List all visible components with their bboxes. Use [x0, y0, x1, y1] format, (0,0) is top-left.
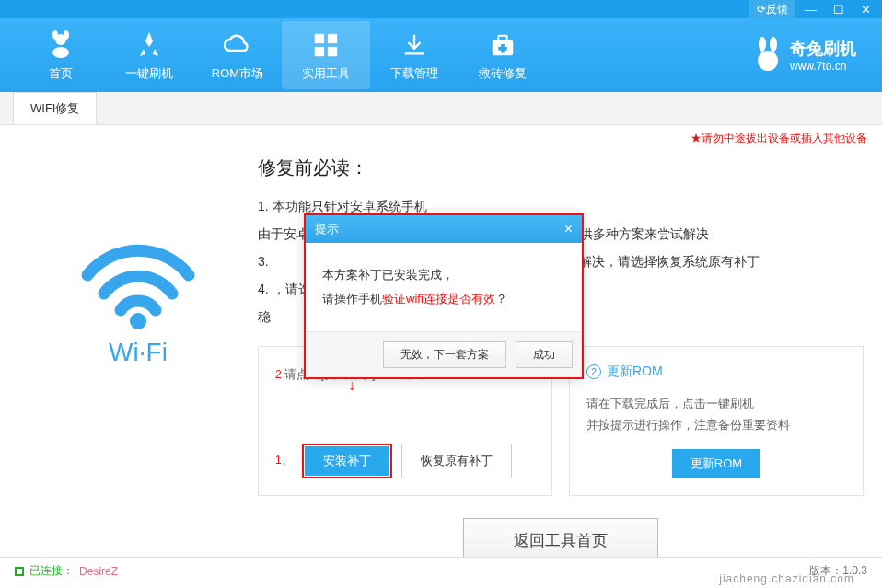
card-actions: 更新ROM: [586, 449, 846, 478]
install-patch-button[interactable]: 安装补丁: [305, 446, 389, 476]
dialog-footer: 无效，下一套方案 成功: [306, 331, 582, 377]
svg-point-12: [759, 37, 766, 52]
nav-label: 下载管理: [390, 65, 438, 82]
nav-label: 首页: [49, 65, 73, 82]
svg-rect-7: [328, 47, 337, 56]
card-actions: 1、 安装补丁 恢复原有补丁: [275, 444, 535, 478]
dialog-title: 提示: [315, 221, 339, 237]
nav-tools[interactable]: 实用工具: [282, 21, 370, 89]
tab-wifi-repair[interactable]: WIFI修复: [13, 92, 97, 124]
svg-rect-5: [328, 34, 337, 43]
svg-rect-4: [315, 34, 324, 43]
nav-flash[interactable]: 一键刷机: [105, 21, 193, 89]
annotation-1: 1、: [275, 453, 293, 468]
device-name: DesireZ: [79, 565, 118, 578]
dialog-header: 提示 ×: [306, 215, 582, 243]
svg-rect-11: [498, 47, 506, 51]
svg-point-15: [130, 313, 146, 329]
dialog-body: 本方案补丁已安装完成， 请操作手机验证wifi连接是否有效？: [306, 243, 582, 331]
brand-title: 奇兔刷机: [790, 38, 856, 60]
update-rom-button[interactable]: 更新ROM: [672, 449, 760, 478]
annotation-arrow: ↓: [348, 377, 355, 394]
brand-logo-icon: [753, 37, 783, 74]
dialog-line: 请操作手机验证wifi连接是否有效？: [322, 287, 565, 311]
brand: 奇兔刷机 www.7to.cn: [753, 37, 856, 74]
svg-point-14: [758, 51, 778, 71]
wifi-label: Wi·Fi: [109, 338, 168, 367]
svg-point-3: [64, 30, 69, 40]
navbar: 首页 一键刷机 ROM市场 实用工具 下载管理 救砖修复 奇兔刷机 www.7t…: [0, 18, 882, 92]
card-desc: 请在下载完成后，点击一键刷机 并按提示进行操作，注意备份重要资料: [586, 393, 846, 436]
left-column: Wi·Fi: [18, 156, 258, 563]
nav-rescue[interactable]: 救砖修复: [458, 21, 547, 89]
status-indicator-icon: [15, 567, 24, 576]
brand-url: www.7to.cn: [790, 60, 856, 73]
svg-rect-6: [315, 47, 324, 56]
svg-point-2: [52, 30, 58, 40]
section-title: 修复前必读：: [258, 156, 864, 180]
status-left: 已连接： DesireZ: [15, 563, 118, 579]
nav-label: 一键刷机: [125, 65, 173, 82]
nav-label: 救砖修复: [479, 65, 527, 82]
feedback-button[interactable]: ⟳ 反馈: [749, 0, 795, 18]
restore-patch-button[interactable]: 恢复原有补丁: [401, 444, 512, 478]
rocket-icon: [133, 29, 166, 62]
watermark: jiacheng.chazidian.com: [719, 572, 854, 585]
cloud-icon: [221, 29, 254, 62]
nav-download[interactable]: 下载管理: [370, 21, 458, 89]
wifi-icon: [74, 229, 203, 330]
highlight-box: 安装补丁: [302, 444, 392, 478]
minimize-button[interactable]: —: [797, 0, 824, 18]
dialog: 提示 × 本方案补丁已安装完成， 请操作手机验证wifi连接是否有效？ 无效，下…: [304, 213, 584, 379]
dialog-invalid-button[interactable]: 无效，下一套方案: [383, 341, 506, 368]
dialog-line: 本方案补丁已安装完成，: [322, 263, 565, 287]
card-header: 2更新ROM: [586, 363, 846, 380]
dialog-success-button[interactable]: 成功: [516, 341, 573, 368]
warning-text: ★请勿中途拔出设备或插入其他设备: [0, 125, 882, 146]
maximize-button[interactable]: ☐: [826, 0, 852, 18]
nav-rom-market[interactable]: ROM市场: [193, 21, 282, 89]
close-window-button[interactable]: ✕: [853, 0, 878, 18]
svg-rect-9: [498, 36, 506, 41]
download-icon: [398, 29, 431, 62]
tabbar: WIFI修复: [0, 92, 882, 125]
nav-home[interactable]: 首页: [17, 21, 105, 89]
home-icon: [44, 29, 77, 62]
connected-label: 已连接：: [29, 563, 74, 579]
svg-point-13: [770, 37, 777, 52]
medkit-icon: [486, 29, 519, 62]
titlebar: ⟳ 反馈 — ☐ ✕: [0, 0, 882, 18]
svg-point-1: [52, 47, 69, 58]
card-update-rom: 2更新ROM 请在下载完成后，点击一键刷机 并按提示进行操作，注意备份重要资料 …: [569, 346, 864, 496]
nav-label: 实用工具: [302, 65, 350, 82]
nav-label: ROM市场: [212, 65, 263, 82]
dialog-close-button[interactable]: ×: [564, 221, 573, 237]
grid-icon: [309, 29, 342, 62]
